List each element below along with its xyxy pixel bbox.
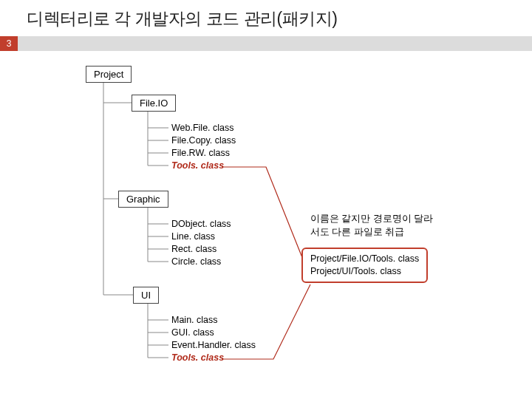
tree-node-fileio: File.IO xyxy=(132,95,176,112)
file-filecopy: File.Copy. class xyxy=(171,134,236,147)
file-eventhandler: Event.Handler. class xyxy=(171,339,256,352)
file-filerw: File.RW. class xyxy=(171,147,230,160)
callout-line1: 이름은 같지만 경로명이 달라 xyxy=(310,212,433,225)
file-tools-ui: Tools. class xyxy=(171,352,224,364)
file-rect: Rect. class xyxy=(171,243,216,256)
header-band: 3 xyxy=(0,36,532,51)
file-tools-fileio: Tools. class xyxy=(171,160,224,172)
file-gui: GUI. class xyxy=(171,327,214,339)
file-line: Line. class xyxy=(171,231,215,243)
file-main: Main. class xyxy=(171,314,218,327)
tools-link-lines xyxy=(0,51,532,398)
header-band-fill xyxy=(18,36,532,51)
paths-callout-box: Project/File.IO/Tools. class Project/UI/… xyxy=(301,248,428,283)
callout-line2: 서도 다른 파일로 취급 xyxy=(310,225,433,239)
package-tree-diagram: Project File.IO Web.File. class File.Cop… xyxy=(0,51,532,398)
tree-node-ui: UI xyxy=(133,287,159,304)
path-fileio-tools: Project/File.IO/Tools. class xyxy=(310,253,419,265)
file-dobject: DObject. class xyxy=(171,218,231,231)
tree-connector-lines xyxy=(0,51,532,398)
file-circle: Circle. class xyxy=(171,256,221,268)
file-webfile: Web.File. class xyxy=(171,122,234,134)
tree-node-project: Project xyxy=(86,66,132,83)
slide-title: 디렉터리로 각 개발자의 코드 관리(패키지) xyxy=(0,0,532,36)
callout-note: 이름은 같지만 경로명이 달라 서도 다른 파일로 취급 xyxy=(310,212,433,239)
tree-node-graphic: Graphic xyxy=(118,191,168,208)
slide-number-badge: 3 xyxy=(0,36,18,51)
path-ui-tools: Project/UI/Tools. class xyxy=(310,265,419,278)
